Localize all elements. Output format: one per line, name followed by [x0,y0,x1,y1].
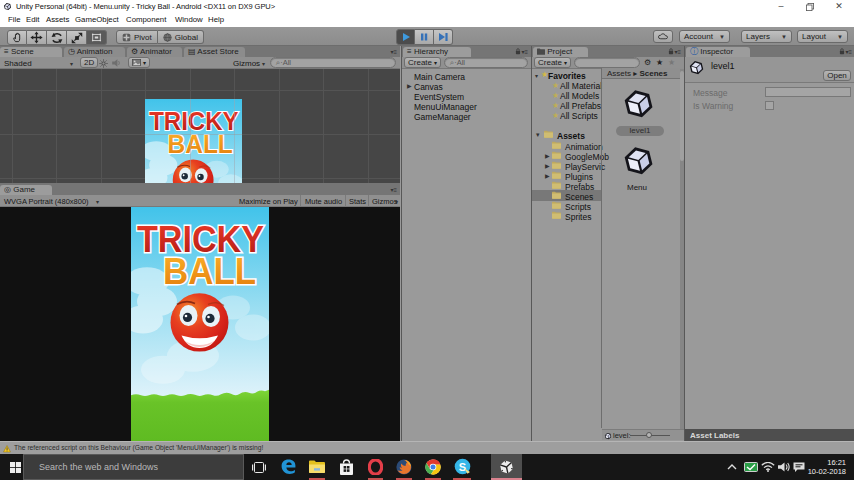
svg-text:S: S [459,461,466,473]
